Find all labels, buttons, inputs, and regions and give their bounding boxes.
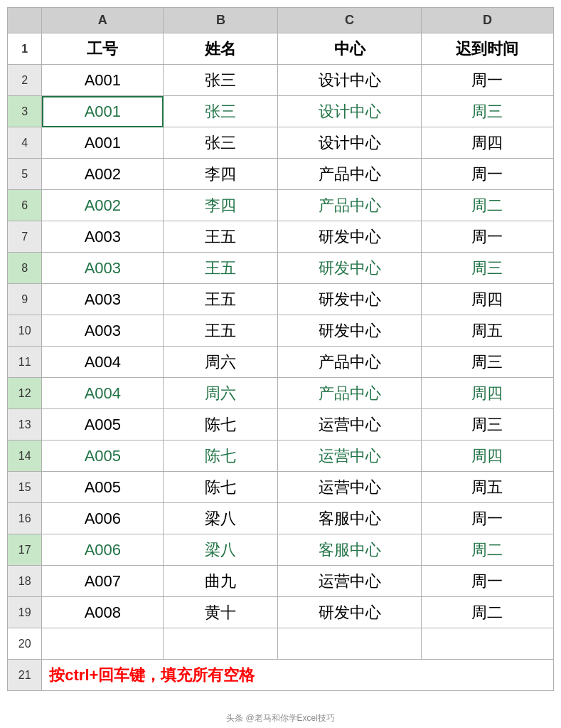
row-number: 16 <box>8 503 42 534</box>
cell-4d[interactable]: 周四 <box>421 127 553 159</box>
cell-16d[interactable]: 周一 <box>421 503 553 534</box>
table-row: 9 A003 王五 研发中心 周四 <box>8 284 554 315</box>
cell-13a[interactable]: A005 <box>42 409 164 441</box>
cell-13d[interactable]: 周三 <box>421 409 553 441</box>
row-number: 17 <box>8 534 42 566</box>
cell-10c[interactable]: 研发中心 <box>278 315 421 347</box>
cell-9a[interactable]: A003 <box>42 284 164 315</box>
row-number: 7 <box>8 221 42 253</box>
row-number: 13 <box>8 409 42 441</box>
cell-16a[interactable]: A006 <box>42 503 164 534</box>
cell-17b[interactable]: 梁八 <box>164 534 278 566</box>
cell-4b[interactable]: 张三 <box>164 127 278 159</box>
cell-1b[interactable]: 姓名 <box>164 33 278 65</box>
cell-6c[interactable]: 产品中心 <box>278 190 421 221</box>
cell-14a[interactable]: A005 <box>42 441 164 472</box>
row-number: 12 <box>8 378 42 409</box>
cell-20c[interactable] <box>278 628 421 660</box>
cell-15b[interactable]: 陈七 <box>164 472 278 503</box>
cell-12a[interactable]: A004 <box>42 378 164 409</box>
row-number: 1 <box>8 33 42 65</box>
cell-18b[interactable]: 曲九 <box>164 566 278 597</box>
cell-2b[interactable]: 张三 <box>164 65 278 96</box>
row-number: 5 <box>8 159 42 190</box>
cell-2c[interactable]: 设计中心 <box>278 65 421 96</box>
cell-12b[interactable]: 周六 <box>164 378 278 409</box>
cell-7d[interactable]: 周一 <box>421 221 553 253</box>
cell-6d[interactable]: 周二 <box>421 190 553 221</box>
cell-3c[interactable]: 设计中心 <box>278 96 421 127</box>
cell-17d[interactable]: 周二 <box>421 534 553 566</box>
cell-6a[interactable]: A002 <box>42 190 164 221</box>
table-row: 7 A003 王五 研发中心 周一 <box>8 221 554 253</box>
cell-7c[interactable]: 研发中心 <box>278 221 421 253</box>
cell-17c[interactable]: 客服中心 <box>278 534 421 566</box>
cell-8b[interactable]: 王五 <box>164 253 278 284</box>
cell-19c[interactable]: 研发中心 <box>278 597 421 628</box>
cell-19b[interactable]: 黄十 <box>164 597 278 628</box>
cell-19a[interactable]: A008 <box>42 597 164 628</box>
cell-12d[interactable]: 周四 <box>421 378 553 409</box>
cell-20b[interactable] <box>164 628 278 660</box>
cell-20d[interactable] <box>421 628 553 660</box>
cell-9b[interactable]: 王五 <box>164 284 278 315</box>
cell-8c[interactable]: 研发中心 <box>278 253 421 284</box>
cell-11d[interactable]: 周三 <box>421 347 553 378</box>
cell-7b[interactable]: 王五 <box>164 221 278 253</box>
cell-1a[interactable]: 工号 <box>42 33 164 65</box>
cell-6b[interactable]: 李四 <box>164 190 278 221</box>
cell-10a[interactable]: A003 <box>42 315 164 347</box>
cell-1d[interactable]: 迟到时间 <box>421 33 553 65</box>
table-row: 15 A005 陈七 运营中心 周五 <box>8 472 554 503</box>
col-header-a: A <box>42 8 164 33</box>
cell-1c[interactable]: 中心 <box>278 33 421 65</box>
cell-14b[interactable]: 陈七 <box>164 441 278 472</box>
cell-13b[interactable]: 陈七 <box>164 409 278 441</box>
cell-4c[interactable]: 设计中心 <box>278 127 421 159</box>
cell-11a[interactable]: A004 <box>42 347 164 378</box>
table-row: 13 A005 陈七 运营中心 周三 <box>8 409 554 441</box>
table-row: 12 A004 周六 产品中心 周四 <box>8 378 554 409</box>
col-header-c: C <box>278 8 421 33</box>
cell-5a[interactable]: A002 <box>42 159 164 190</box>
cell-18c[interactable]: 运营中心 <box>278 566 421 597</box>
cell-13c[interactable]: 运营中心 <box>278 409 421 441</box>
row-number: 11 <box>8 347 42 378</box>
cell-3d[interactable]: 周三 <box>421 96 553 127</box>
cell-5d[interactable]: 周一 <box>421 159 553 190</box>
cell-5c[interactable]: 产品中心 <box>278 159 421 190</box>
cell-2a[interactable]: A001 <box>42 65 164 96</box>
table-row: 5 A002 李四 产品中心 周一 <box>8 159 554 190</box>
cell-9c[interactable]: 研发中心 <box>278 284 421 315</box>
cell-20a[interactable] <box>42 628 164 660</box>
cell-8d[interactable]: 周三 <box>421 253 553 284</box>
cell-14c[interactable]: 运营中心 <box>278 441 421 472</box>
cell-11c[interactable]: 产品中心 <box>278 347 421 378</box>
table-row: 3 A001 张三 设计中心 周三 <box>8 96 554 127</box>
cell-3a[interactable]: A001 <box>42 96 164 127</box>
row-number: 15 <box>8 472 42 503</box>
cell-16b[interactable]: 梁八 <box>164 503 278 534</box>
cell-19d[interactable]: 周二 <box>421 597 553 628</box>
cell-17a[interactable]: A006 <box>42 534 164 566</box>
cell-15a[interactable]: A005 <box>42 472 164 503</box>
cell-15c[interactable]: 运营中心 <box>278 472 421 503</box>
cell-2d[interactable]: 周一 <box>421 65 553 96</box>
cell-8a[interactable]: A003 <box>42 253 164 284</box>
cell-7a[interactable]: A003 <box>42 221 164 253</box>
cell-15d[interactable]: 周五 <box>421 472 553 503</box>
cell-18a[interactable]: A007 <box>42 566 164 597</box>
cell-18d[interactable]: 周一 <box>421 566 553 597</box>
cell-3b[interactable]: 张三 <box>164 96 278 127</box>
cell-10b[interactable]: 王五 <box>164 315 278 347</box>
table-row: 19 A008 黄十 研发中心 周二 <box>8 597 554 628</box>
cell-5b[interactable]: 李四 <box>164 159 278 190</box>
corner-header <box>8 8 42 33</box>
cell-12c[interactable]: 产品中心 <box>278 378 421 409</box>
cell-11b[interactable]: 周六 <box>164 347 278 378</box>
cell-16c[interactable]: 客服中心 <box>278 503 421 534</box>
cell-4a[interactable]: A001 <box>42 127 164 159</box>
cell-10d[interactable]: 周五 <box>421 315 553 347</box>
cell-14d[interactable]: 周四 <box>421 441 553 472</box>
cell-9d[interactable]: 周四 <box>421 284 553 315</box>
